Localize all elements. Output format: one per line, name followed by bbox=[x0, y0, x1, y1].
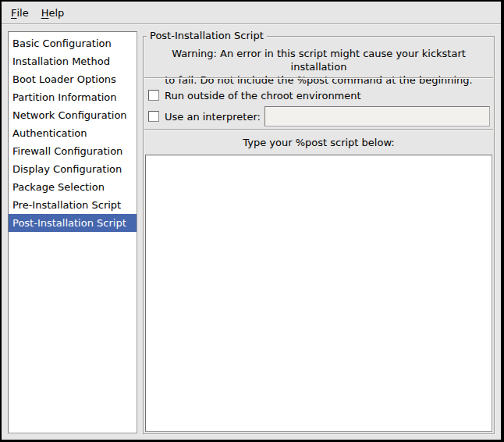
config-section-list: Basic Configuration Installation Method … bbox=[8, 31, 137, 433]
sidebar-item-basic-configuration[interactable]: Basic Configuration bbox=[9, 34, 137, 52]
kickstart-configurator-window: File Help Basic Configuration Installati… bbox=[0, 0, 504, 442]
menu-help-mnemonic: H bbox=[41, 7, 49, 19]
interpreter-row: Use an interpreter: bbox=[148, 106, 490, 127]
menu-help-label: elp bbox=[49, 7, 65, 19]
interpreter-entry[interactable] bbox=[264, 106, 490, 127]
chroot-checkbox[interactable] bbox=[148, 90, 159, 101]
chroot-checkbox-label: Run outside of the chroot environment bbox=[165, 90, 361, 102]
script-area-label: Type your %post script below: bbox=[144, 137, 494, 148]
menu-help[interactable]: Help bbox=[35, 2, 71, 23]
sidebar-item-partition-information[interactable]: Partition Information bbox=[9, 88, 137, 106]
warning-text: Warning: An error in this script might c… bbox=[144, 47, 494, 87]
post-script-textarea[interactable] bbox=[145, 155, 492, 432]
sidebar-item-display-configuration[interactable]: Display Configuration bbox=[9, 160, 137, 178]
separator-before-script bbox=[144, 129, 493, 130]
frame-title: Post-Installation Script bbox=[147, 30, 267, 42]
menubar: File Help bbox=[2, 2, 501, 24]
interpreter-checkbox-label: Use an interpreter: bbox=[165, 111, 261, 123]
sidebar-item-boot-loader-options[interactable]: Boot Loader Options bbox=[9, 70, 137, 88]
sidebar-item-package-selection[interactable]: Package Selection bbox=[9, 178, 137, 196]
sidebar-item-post-installation-script[interactable]: Post-Installation Script bbox=[9, 214, 137, 232]
sidebar-item-firewall-configuration[interactable]: Firewall Configuration bbox=[9, 142, 137, 160]
sidebar-item-authentication[interactable]: Authentication bbox=[9, 124, 137, 142]
chroot-checkbox-row[interactable]: Run outside of the chroot environment bbox=[148, 86, 361, 105]
menu-file-mnemonic: F bbox=[11, 7, 16, 19]
post-installation-script-frame: Post-Installation Script Warning: An err… bbox=[143, 36, 495, 434]
separator-after-warning bbox=[144, 77, 493, 79]
interpreter-checkbox[interactable] bbox=[148, 111, 159, 122]
warning-line-2: to fail. Do not include the %post comman… bbox=[144, 73, 494, 87]
menu-file[interactable]: File bbox=[5, 2, 35, 23]
sidebar-item-pre-installation-script[interactable]: Pre-Installation Script bbox=[9, 196, 137, 214]
menu-file-label: ile bbox=[16, 7, 28, 19]
warning-line-1: Warning: An error in this script might c… bbox=[144, 47, 494, 73]
sidebar-item-installation-method[interactable]: Installation Method bbox=[9, 52, 137, 70]
sidebar-item-network-configuration[interactable]: Network Configuration bbox=[9, 106, 137, 124]
